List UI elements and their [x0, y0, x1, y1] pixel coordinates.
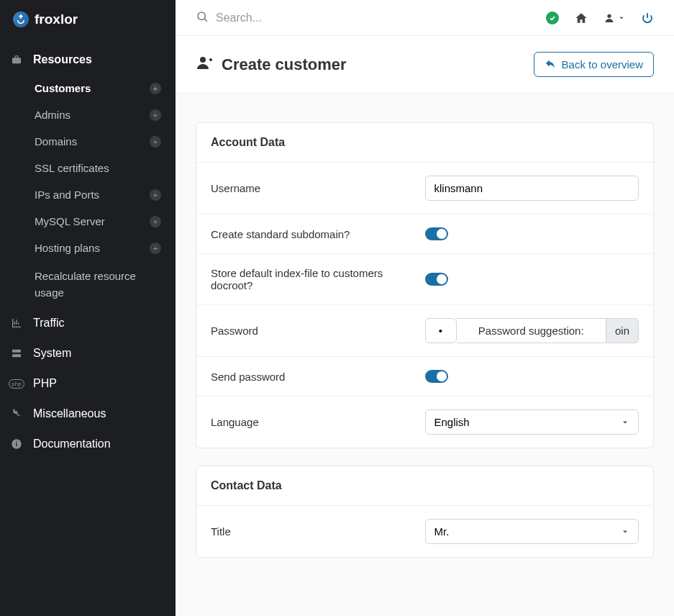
nav-misc[interactable]: Miscellaneous [0, 399, 176, 429]
brand-logo[interactable]: froxlor [0, 0, 176, 45]
status-icon[interactable] [546, 12, 559, 24]
page-title-text: Create customer [222, 55, 347, 74]
plus-icon[interactable]: + [150, 83, 161, 94]
nav-label: Traffic [33, 317, 65, 330]
home-icon[interactable] [575, 12, 588, 24]
nav-label: Documentation [33, 438, 111, 450]
language-select[interactable]: English [425, 409, 639, 435]
field-label: Language [211, 416, 425, 428]
row-language: Language English [196, 397, 653, 448]
server-icon [10, 347, 23, 360]
briefcase-icon [10, 53, 23, 66]
sidebar-item-hosting[interactable]: Hosting plans + [0, 235, 176, 261]
sidebar-item-label: Admins [35, 109, 70, 121]
plus-icon[interactable]: + [150, 216, 161, 227]
title-select[interactable]: Mr. [425, 519, 639, 544]
form-content: Account Data Username Create standard su… [176, 94, 674, 616]
search-box[interactable] [196, 10, 432, 25]
sidebar-item-recalculate[interactable]: Recalculate resource usage [0, 261, 176, 308]
nav-traffic[interactable]: Traffic [0, 308, 176, 338]
user-menu-icon[interactable] [604, 12, 625, 24]
page-header: Create customer Back to overview [176, 36, 674, 94]
chart-icon [10, 317, 23, 330]
caret-down-icon [618, 14, 625, 22]
password-suggestion-value[interactable]: oin [606, 318, 639, 343]
brand-text: froxlor [35, 12, 78, 27]
sidebar-item-label: Domains [35, 135, 77, 148]
brand-icon [13, 12, 29, 27]
reply-icon [545, 58, 556, 71]
row-title: Title Mr. [196, 506, 653, 557]
card-contact-data: Contact Data Title Mr. [196, 466, 654, 558]
sidebar-item-label: MySQL Server [35, 215, 105, 227]
plus-icon[interactable]: + [150, 189, 161, 201]
svg-line-7 [204, 19, 207, 22]
php-icon: php [10, 377, 23, 390]
svg-rect-1 [12, 350, 21, 353]
sidebar-item-mysql[interactable]: MySQL Server + [0, 208, 176, 235]
subdomain-toggle[interactable] [425, 227, 448, 240]
wrench-icon [10, 407, 23, 420]
main-content: Create customer Back to overview Account… [176, 0, 674, 616]
row-username: Username [196, 163, 653, 214]
plus-icon[interactable]: + [150, 136, 161, 148]
nav-section-resources[interactable]: Resources [0, 45, 176, 75]
search-icon [196, 10, 209, 25]
topbar-actions [546, 12, 654, 24]
svg-rect-0 [12, 58, 21, 63]
svg-point-6 [198, 12, 206, 20]
svg-point-8 [607, 14, 611, 17]
nav-label: System [33, 347, 71, 360]
field-label: Title [211, 525, 425, 538]
sidebar-item-label: SSL certificates [35, 162, 109, 174]
row-subdomain: Create standard subdomain? [196, 214, 653, 254]
svg-point-9 [200, 57, 206, 63]
sidebar-item-ips[interactable]: IPs and Ports + [0, 181, 176, 208]
back-button[interactable]: Back to overview [534, 52, 654, 77]
back-button-label: Back to overview [562, 58, 643, 71]
card-header: Account Data [196, 123, 653, 163]
sidebar-item-label: IPs and Ports [35, 189, 99, 201]
nav-docs[interactable]: Documentation [0, 429, 176, 459]
field-label: Password [211, 325, 425, 337]
row-indexfile: Store default index-file to customers do… [196, 254, 653, 305]
power-icon[interactable] [641, 12, 654, 24]
row-send-password: Send password [196, 357, 653, 397]
nav-section-label: Resources [33, 53, 92, 66]
svg-rect-5 [16, 441, 17, 442]
sidebar-item-label: Recalculate resource usage [35, 270, 136, 299]
indexfile-toggle[interactable] [425, 273, 448, 286]
username-input[interactable] [425, 176, 639, 201]
field-label: Create standard subdomain? [211, 228, 425, 240]
nav-system[interactable]: System [0, 338, 176, 368]
field-label: Store default index-file to customers do… [211, 267, 425, 291]
field-label: Username [211, 182, 425, 194]
send-password-toggle[interactable] [425, 370, 448, 383]
user-plus-icon [196, 54, 213, 76]
field-label: Send password [211, 371, 425, 383]
topbar [176, 0, 674, 36]
nav-php[interactable]: php PHP [0, 368, 176, 399]
sidebar-item-domains[interactable]: Domains + [0, 128, 176, 155]
card-account-data: Account Data Username Create standard su… [196, 122, 654, 448]
sidebar-item-admins[interactable]: Admins + [0, 101, 176, 128]
sidebar: froxlor Resources Customers + Admins + D… [0, 0, 176, 616]
page-title: Create customer [196, 54, 347, 76]
plus-icon[interactable]: + [150, 109, 161, 121]
sidebar-item-customers[interactable]: Customers + [0, 75, 176, 101]
row-password: Password Password suggestion: oin [196, 305, 653, 357]
sidebar-item-label: Hosting plans [35, 242, 100, 254]
nav-label: Miscellaneous [33, 407, 106, 420]
sidebar-item-ssl[interactable]: SSL certificates [0, 155, 176, 181]
password-input[interactable] [425, 318, 457, 343]
card-header: Contact Data [196, 466, 653, 506]
svg-rect-2 [12, 354, 21, 357]
sidebar-item-label: Customers [35, 82, 91, 94]
nav-label: PHP [33, 377, 57, 390]
plus-icon[interactable]: + [150, 243, 161, 254]
password-suggestion-label: Password suggestion: [457, 318, 606, 343]
svg-rect-4 [16, 443, 17, 447]
info-icon [10, 438, 23, 450]
search-input[interactable] [216, 12, 432, 24]
